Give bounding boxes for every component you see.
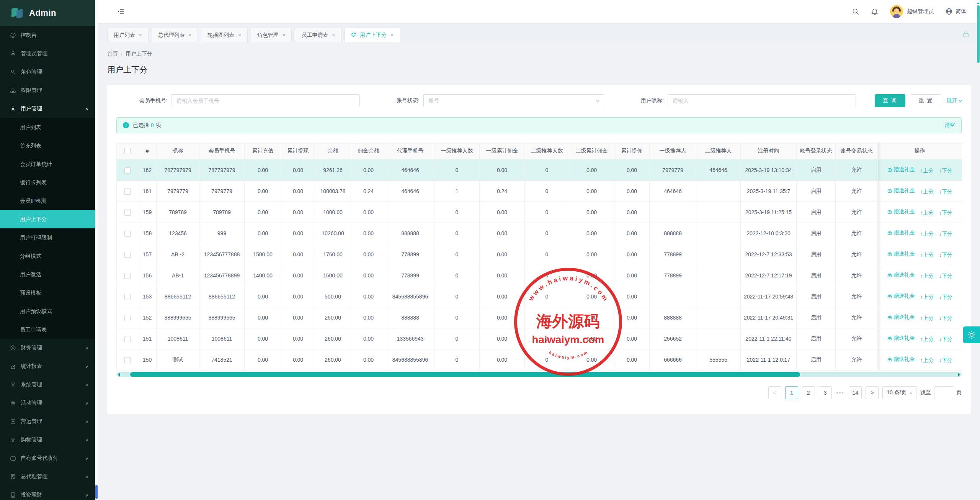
select-all-checkbox[interactable] xyxy=(124,148,131,154)
add-points-link[interactable]: ↑上分 xyxy=(920,252,934,259)
collapse-menu-icon[interactable] xyxy=(117,8,125,15)
tab-总代理列表[interactable]: 总代理列表× xyxy=(152,28,198,42)
sidebar-item-agent-mgmt[interactable]: 总代理管理∨ xyxy=(0,467,95,486)
gift-bonus-link[interactable]: 赠送礼金 xyxy=(887,335,915,342)
sidebar-subitem[interactable]: 用户预设模式 xyxy=(0,302,95,320)
scroll-left-arrow-icon[interactable] xyxy=(118,373,120,377)
deduct-points-link[interactable]: ↓下分 xyxy=(939,231,952,238)
page-ellipsis[interactable]: ••• xyxy=(836,390,845,396)
sidebar-item-finance-mgmt[interactable]: 财务管理∨ xyxy=(0,339,95,357)
tab-轮播图列表[interactable]: 轮播图列表× xyxy=(201,28,248,42)
page-button-14[interactable]: 14 xyxy=(849,386,862,399)
close-icon[interactable]: × xyxy=(139,32,142,38)
sidebar-subitem[interactable]: 用户打码限制 xyxy=(0,228,95,247)
deduct-points-link[interactable]: ↓下分 xyxy=(939,252,952,259)
row-checkbox[interactable] xyxy=(124,167,131,174)
clear-selection-link[interactable]: 清空 xyxy=(944,122,955,129)
tab-用户列表[interactable]: 用户列表× xyxy=(107,28,149,42)
gift-bonus-link[interactable]: 赠送礼金 xyxy=(887,187,915,194)
scroll-up-arrow-icon[interactable] xyxy=(977,1,980,4)
horizontal-scrollbar-thumb[interactable] xyxy=(130,372,800,377)
gift-bonus-link[interactable]: 赠送礼金 xyxy=(887,356,915,363)
deduct-points-link[interactable]: ↓下分 xyxy=(939,189,952,195)
page-button-2[interactable]: 2 xyxy=(802,386,815,399)
reset-button[interactable]: 重 置 xyxy=(911,94,941,107)
tab-员工申请表[interactable]: 员工申请表× xyxy=(295,28,341,42)
scroll-right-arrow-icon[interactable] xyxy=(958,373,960,377)
deduct-points-link[interactable]: ↓下分 xyxy=(939,167,952,174)
sidebar-subitem[interactable]: 银行卡列表 xyxy=(0,173,95,192)
expand-toggle[interactable]: 展开∨ xyxy=(947,97,962,104)
add-points-link[interactable]: ↑上分 xyxy=(920,273,934,280)
deduct-points-link[interactable]: ↓下分 xyxy=(939,210,952,216)
app-logo[interactable]: Admin xyxy=(0,0,95,26)
add-points-link[interactable]: ↑上分 xyxy=(920,189,934,195)
refresh-icon[interactable] xyxy=(351,32,356,38)
sidebar-subitem[interactable]: 会员订单统计 xyxy=(0,155,95,173)
sidebar-item-own-account-pay[interactable]: 自有账号代收付∨ xyxy=(0,449,95,467)
sidebar-subitem[interactable]: 首充列表 xyxy=(0,136,95,155)
sidebar-item-report[interactable]: 统计报表∨ xyxy=(0,357,95,375)
horizontal-scrollbar[interactable] xyxy=(116,372,962,377)
sidebar-scrollbar[interactable] xyxy=(95,0,98,500)
row-checkbox[interactable] xyxy=(124,210,131,216)
sidebar-item-permission-mgmt[interactable]: 权限管理 xyxy=(0,81,95,100)
sidebar-item-role-mgmt[interactable]: 角色管理 xyxy=(0,63,95,81)
sidebar-item-admin-mgmt[interactable]: 管理员管理 xyxy=(0,44,95,63)
row-checkbox[interactable] xyxy=(124,231,131,237)
settings-gear-button[interactable] xyxy=(963,326,980,343)
sidebar-item-activity-mgmt[interactable]: 活动管理∨ xyxy=(0,394,95,412)
row-checkbox[interactable] xyxy=(124,252,131,258)
row-checkbox[interactable] xyxy=(124,336,131,342)
add-points-link[interactable]: ↑上分 xyxy=(920,315,934,322)
nickname-input[interactable] xyxy=(668,94,856,107)
deduct-points-link[interactable]: ↓下分 xyxy=(939,294,952,301)
sidebar-item-system-mgmt[interactable]: 系统管理∨ xyxy=(0,375,95,394)
page-size-select[interactable]: 10 条/页∨ xyxy=(882,386,916,399)
gift-bonus-link[interactable]: 赠送礼金 xyxy=(887,251,915,257)
close-icon[interactable]: × xyxy=(189,32,192,38)
sidebar-subitem[interactable]: 用户激活 xyxy=(0,265,95,284)
close-icon[interactable]: × xyxy=(390,32,394,38)
deduct-points-link[interactable]: ↓下分 xyxy=(939,336,952,343)
add-points-link[interactable]: ↑上分 xyxy=(920,357,934,364)
gift-bonus-link[interactable]: 赠送礼金 xyxy=(887,314,915,321)
search-button[interactable]: 查 询 xyxy=(875,94,905,107)
breadcrumb-home[interactable]: 首页 xyxy=(107,51,118,57)
close-icon[interactable]: × xyxy=(332,32,335,38)
sidebar-subitem[interactable]: 用户列表 xyxy=(0,118,95,136)
close-icon[interactable]: × xyxy=(283,32,286,38)
sidebar-subitem[interactable]: 会员IP检测 xyxy=(0,192,95,210)
add-points-link[interactable]: ↑上分 xyxy=(920,210,934,216)
search-icon[interactable] xyxy=(852,8,859,15)
gift-bonus-link[interactable]: 赠送礼金 xyxy=(887,208,915,215)
sidebar-subitem[interactable]: 用户上下分 xyxy=(0,210,95,228)
account-status-select[interactable]: 账号 ∨ xyxy=(423,94,604,107)
gift-bonus-link[interactable]: 赠送礼金 xyxy=(887,230,915,236)
next-page-button[interactable]: > xyxy=(866,386,879,399)
tab-角色管理[interactable]: 角色管理× xyxy=(251,28,292,42)
deduct-points-link[interactable]: ↓下分 xyxy=(939,273,952,280)
deduct-points-link[interactable]: ↓下分 xyxy=(939,315,952,322)
close-icon[interactable]: × xyxy=(238,32,241,38)
add-points-link[interactable]: ↑上分 xyxy=(920,167,934,174)
page-jump-input[interactable] xyxy=(934,386,953,399)
page-scrollbar[interactable] xyxy=(977,0,980,500)
sidebar-item-dashboard[interactable]: 控制台 xyxy=(0,26,95,44)
add-points-link[interactable]: ↑上分 xyxy=(920,231,934,238)
member-phone-input[interactable] xyxy=(172,94,360,107)
gift-bonus-link[interactable]: 赠送礼金 xyxy=(887,293,915,300)
language-switcher[interactable]: 简体 xyxy=(945,8,966,15)
page-scrollbar-thumb[interactable] xyxy=(977,5,980,63)
deduct-points-link[interactable]: ↓下分 xyxy=(939,357,952,364)
sidebar-subitem[interactable]: 员工申请表 xyxy=(0,320,95,339)
tab-用户上下分[interactable]: 用户上下分× xyxy=(345,28,400,42)
row-checkbox[interactable] xyxy=(124,189,131,195)
sidebar-subitem[interactable]: 预设模板 xyxy=(0,284,95,302)
add-points-link[interactable]: ↑上分 xyxy=(920,336,934,343)
notification-bell-icon[interactable] xyxy=(871,8,879,15)
prev-page-button[interactable]: < xyxy=(768,386,781,399)
lock-icon[interactable] xyxy=(962,30,970,38)
page-button-3[interactable]: 3 xyxy=(819,386,832,399)
sidebar-scrollbar-thumb[interactable] xyxy=(95,485,98,499)
